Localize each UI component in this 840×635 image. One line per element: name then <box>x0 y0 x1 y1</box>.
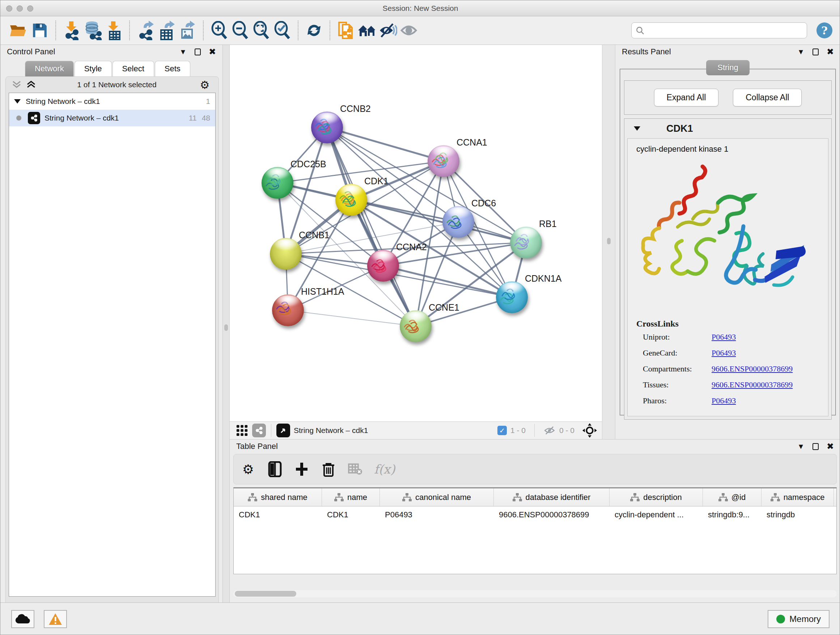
crosslink-link[interactable]: P06493 <box>712 348 736 358</box>
network-snapshot-button[interactable] <box>335 19 356 41</box>
birds-eye-view-button[interactable] <box>235 423 249 438</box>
scrollbar-thumb[interactable] <box>235 591 296 597</box>
results-panel-splitter[interactable] <box>602 45 615 439</box>
zoom-out-button[interactable] <box>230 19 251 41</box>
tab-sets[interactable]: Sets <box>155 61 190 76</box>
network-collection-row[interactable]: String Network – cdk1 1 <box>9 93 215 110</box>
node-CDC6[interactable] <box>442 206 474 238</box>
table-cell[interactable]: P06493 <box>380 507 494 523</box>
node-CDC25B[interactable] <box>262 167 294 199</box>
splitter-handle[interactable] <box>224 325 228 331</box>
tab-network[interactable]: Network <box>25 61 74 76</box>
memory-button[interactable]: Memory <box>767 610 829 628</box>
table-cell[interactable]: CDK1 <box>322 507 380 523</box>
network-share-button[interactable] <box>252 424 266 437</box>
collapse-all-button[interactable]: Collapse All <box>733 89 802 106</box>
crosslink-link[interactable]: 9606.ENSP00000378699 <box>712 364 793 374</box>
control-panel-splitter[interactable] <box>223 45 230 602</box>
table-row[interactable]: CDK1CDK1P064939606.ENSP00000378699cyclin… <box>234 507 836 523</box>
zoom-fit-button[interactable] <box>251 19 272 41</box>
open-session-button[interactable] <box>8 19 29 41</box>
node-CCNA1[interactable] <box>428 145 459 177</box>
edge-HIST1H1A-CCNE1[interactable] <box>288 310 416 326</box>
show-columns-icon[interactable] <box>267 461 283 477</box>
float-panel-icon[interactable] <box>813 49 819 55</box>
tab-string[interactable]: String <box>706 60 750 75</box>
panel-menu-icon[interactable]: ▼ <box>797 48 805 55</box>
import-table-button[interactable] <box>103 19 124 41</box>
column-header-description[interactable]: description <box>609 488 703 506</box>
column-header-database-identifier[interactable]: database identifier <box>494 488 609 506</box>
close-panel-icon[interactable]: ✖ <box>209 48 216 56</box>
node-CDKN1A[interactable] <box>496 281 528 313</box>
node-HIST1H1A[interactable] <box>272 295 304 326</box>
panel-menu-icon[interactable]: ▼ <box>180 48 187 55</box>
maximize-window-button[interactable] <box>27 5 33 11</box>
delete-column-trash-icon[interactable] <box>321 461 336 477</box>
column-label: namespace <box>783 493 825 502</box>
network-canvas[interactable]: CCNB2CCNA1CDC25BCDK1CDC6RB1CCNB1CCNA2CDK… <box>230 45 602 421</box>
cloud-status-button[interactable] <box>11 610 34 628</box>
hide-results-button[interactable] <box>377 19 398 41</box>
table-cell[interactable]: cyclin-dependent ... <box>609 507 703 523</box>
table-cell[interactable]: CDK1 <box>234 507 322 523</box>
splitter-handle[interactable] <box>607 238 611 244</box>
search-input[interactable] <box>631 22 807 38</box>
selected-checkbox-icon[interactable]: ✓ <box>497 426 507 435</box>
edge-CCNB2-CCNA1[interactable] <box>327 127 444 161</box>
collapse-entry-icon[interactable] <box>634 126 640 131</box>
zoom-selected-button[interactable] <box>272 19 293 41</box>
create-column-plus-icon[interactable] <box>294 461 309 477</box>
table-cell[interactable]: 9606.ENSP00000378699 <box>494 507 609 523</box>
table-horizontal-scrollbar[interactable] <box>233 590 837 597</box>
close-panel-icon[interactable]: ✖ <box>827 442 834 451</box>
table-cell[interactable]: stringdb <box>761 507 834 523</box>
zoom-in-button[interactable] <box>209 19 230 41</box>
close-window-button[interactable] <box>6 5 12 11</box>
export-network-button[interactable] <box>135 19 156 41</box>
export-table-button[interactable] <box>156 19 177 41</box>
import-network-from-database-button[interactable] <box>82 19 103 41</box>
fit-content-crosshair-icon[interactable] <box>583 423 597 438</box>
node-CCNB1[interactable] <box>270 238 302 270</box>
help-button[interactable]: ? <box>816 22 832 38</box>
node-CCNB2[interactable] <box>311 111 343 143</box>
column-header-canonical-name[interactable]: canonical name <box>380 488 494 506</box>
edge-CDK1-RB1[interactable] <box>351 200 526 242</box>
tab-select[interactable]: Select <box>112 61 154 76</box>
close-panel-icon[interactable]: ✖ <box>827 48 834 56</box>
float-panel-icon[interactable] <box>813 443 819 450</box>
warnings-button[interactable] <box>44 610 67 628</box>
minimize-window-button[interactable] <box>17 5 23 11</box>
expand-all-button[interactable]: Expand All <box>654 89 719 106</box>
network-options-gear-icon[interactable]: ⚙ <box>197 77 213 93</box>
gene-entry-header[interactable]: CDK1 <box>624 119 831 138</box>
import-network-button[interactable] <box>61 19 82 41</box>
float-panel-icon[interactable] <box>195 49 201 55</box>
apply-layout-button[interactable] <box>303 19 325 41</box>
node-RB1[interactable] <box>510 226 542 258</box>
tab-style[interactable]: Style <box>74 61 112 76</box>
table-settings-gear-icon[interactable]: ⚙ <box>240 461 256 477</box>
crosslink-link[interactable]: P06493 <box>712 333 736 342</box>
network-row[interactable]: String Network – cdk1 11 48 <box>9 110 215 126</box>
export-image-button[interactable] <box>177 19 198 41</box>
node-CCNA2[interactable] <box>367 250 399 282</box>
column-header--id[interactable]: @id <box>703 488 761 506</box>
crosslink-link[interactable]: P06493 <box>712 396 736 405</box>
panel-menu-icon[interactable]: ▼ <box>797 443 805 450</box>
column-header-shared-name[interactable]: shared name <box>234 488 322 506</box>
collection-expand-icon[interactable] <box>14 99 21 103</box>
table-cell[interactable]: stringdb:9... <box>703 507 761 523</box>
crosslink-link[interactable]: 9606.ENSP00000378699 <box>712 380 793 390</box>
show-view-button[interactable] <box>398 19 419 41</box>
column-header-name[interactable]: name <box>322 488 380 506</box>
open-in-window-button[interactable] <box>276 424 290 437</box>
node-CDK1[interactable] <box>335 184 367 216</box>
home-button[interactable] <box>356 19 377 41</box>
save-session-button[interactable] <box>29 19 50 41</box>
expand-all-icon[interactable] <box>26 80 37 89</box>
column-header-namespace[interactable]: namespace <box>761 488 834 506</box>
collapse-all-icon[interactable] <box>11 80 22 89</box>
node-CCNE1[interactable] <box>400 310 431 342</box>
